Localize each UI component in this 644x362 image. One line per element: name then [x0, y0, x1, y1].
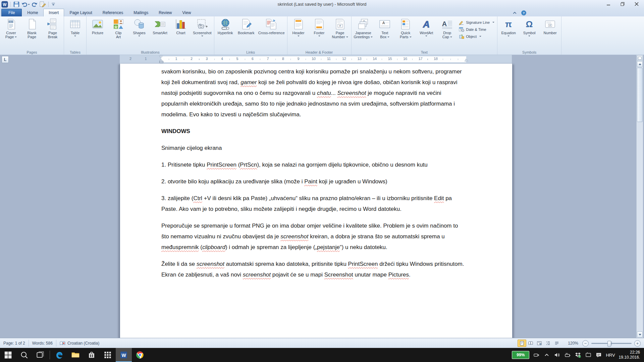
ribbon-button-wordart[interactable]: AWordArt	[416, 17, 437, 38]
keyboard-language[interactable]: HRV	[606, 353, 615, 358]
help-icon[interactable]: ?	[521, 10, 527, 16]
tab-mailings[interactable]: Mailings	[128, 9, 153, 16]
taskbar-store-button[interactable]	[84, 348, 100, 362]
ribbon-button-clip-art[interactable]: ClipArt	[108, 17, 129, 39]
taskbar-file-explorer-button[interactable]	[67, 348, 84, 362]
left-indent-marker[interactable]	[159, 61, 163, 63]
text-run: Ctrl	[193, 195, 202, 201]
tray-power-icon[interactable]	[564, 352, 571, 358]
close-button[interactable]	[632, 1, 641, 7]
button-label: Object	[466, 35, 477, 39]
word-count[interactable]: Words: 586	[29, 340, 56, 347]
ribbon-button-page-number[interactable]: #PageNumber	[330, 17, 351, 39]
ribbon-button-header[interactable]: Header	[288, 17, 309, 38]
restore-button[interactable]	[618, 1, 627, 7]
ribbon-button-signature-line[interactable]: Signature Line	[459, 20, 494, 25]
tab-insert[interactable]: Insert	[43, 9, 64, 16]
zoom-slider[interactable]	[591, 343, 632, 344]
ribbon-button-equation[interactable]: πEquation	[498, 17, 519, 38]
battery-percent-badge[interactable]: 99%	[512, 351, 529, 359]
paragraph[interactable]: 2. otvorite bilo koju aplikaciju za uređ…	[161, 176, 467, 187]
ribbon-button-bookmark[interactable]: Bookmark	[236, 17, 257, 35]
view-button-draft[interactable]	[552, 340, 561, 347]
ribbon-button-cover-page[interactable]: MYRNCoverPage	[1, 17, 21, 39]
tab-references[interactable]: References	[98, 9, 128, 16]
view-button-web-layout[interactable]	[535, 340, 544, 347]
paragraph[interactable]: 1. Pritisnete tipku PrintScreen (PrtScn)…	[161, 160, 467, 170]
paragraph[interactable]: Snimanje cijelog ekrana	[161, 143, 467, 154]
right-indent-marker[interactable]	[465, 58, 468, 61]
ribbon-button-object[interactable]: Object	[459, 34, 494, 39]
ribbon-button-smartart[interactable]: SmartArt	[150, 17, 170, 35]
paragraph[interactable]: WINDOWS	[161, 126, 467, 137]
ribbon-button-quick-parts[interactable]: QuickParts	[395, 17, 416, 39]
tab-file[interactable]: File	[1, 9, 22, 16]
ribbon-button-shapes[interactable]: Shapes	[129, 17, 150, 38]
ribbon-button-drop-cap[interactable]: ADropCap	[437, 17, 458, 39]
scroll-down-button[interactable]	[637, 331, 643, 338]
page-indicator[interactable]: Page: 1 of 2	[0, 340, 29, 347]
taskbar-start-button[interactable]	[0, 348, 16, 362]
zoom-slider-thumb[interactable]	[607, 341, 611, 347]
view-ruler-toggle[interactable]	[637, 55, 643, 61]
taskbar-divider	[50, 351, 50, 359]
vertical-scrollbar[interactable]	[636, 55, 643, 338]
taskbar-task-view-button[interactable]	[32, 348, 48, 362]
paragraph[interactable]: 3. zalijepite (Ctrl +V ili desni klik pa…	[161, 193, 467, 215]
tab-stop-selector[interactable]: L	[2, 56, 9, 63]
view-switcher	[518, 340, 561, 347]
tray-chevron-up-icon[interactable]	[543, 352, 550, 358]
ribbon-button-footer[interactable]: Footer	[309, 17, 330, 38]
taskbar-edge-button[interactable]	[51, 348, 67, 362]
view-button-print-layout[interactable]	[518, 340, 526, 347]
tab-review[interactable]: Review	[154, 9, 177, 16]
taskbar-apps-button[interactable]	[100, 348, 116, 362]
text-run: koji je ugrađen u Windows)	[317, 178, 387, 185]
tab-home[interactable]: Home	[22, 9, 43, 16]
ribbon-button-text-box[interactable]: ATextBox	[374, 17, 395, 39]
zoom-in-button[interactable]: +	[634, 340, 641, 347]
view-button-outline[interactable]	[544, 340, 552, 347]
tab-view[interactable]: View	[177, 9, 196, 16]
minimize-button[interactable]	[604, 1, 613, 7]
ribbon-button-number[interactable]: #Number	[540, 17, 560, 35]
ribbon-button-table[interactable]: Table	[65, 17, 86, 38]
ribbon-button-cross-reference[interactable]: Cross-reference	[257, 17, 286, 35]
tray-display-icon[interactable]	[585, 352, 592, 358]
ribbon-button-page-break[interactable]: PageBreak	[42, 17, 63, 39]
ribbon-button-hyperlink[interactable]: Hyperlink	[215, 17, 236, 35]
ribbon-button-blank-page[interactable]: BlankPage	[21, 17, 42, 39]
tab-page-layout[interactable]: Page Layout	[64, 9, 97, 16]
ribbon-group-header-footer: HeaderFooter#PageNumberHeader & Footer	[287, 16, 352, 55]
scroll-up-button[interactable]	[637, 61, 643, 67]
scrollbar-thumb[interactable]	[637, 68, 643, 122]
tray-pen-drive-icon[interactable]	[533, 352, 540, 358]
ribbon-button-date-time[interactable]: 5Date & Time	[459, 27, 494, 32]
ribbon-button-screenshot[interactable]: Screenshot	[191, 17, 213, 38]
tray-dropbox-icon[interactable]	[575, 352, 581, 358]
taskbar-word-button[interactable]: W	[116, 348, 132, 362]
tray-speaker-icon[interactable]	[554, 352, 560, 358]
clock[interactable]: 22:26 19.10.2016.	[619, 350, 640, 360]
view-button-full-screen-reading[interactable]	[526, 340, 535, 347]
ribbon-button-picture[interactable]: Picture	[87, 17, 108, 35]
zoom-level[interactable]: 120%	[568, 341, 578, 346]
horizontal-ruler[interactable]: 21123456789101112131415161718	[120, 55, 512, 64]
paragraph[interactable]: svakom korisniku, bio on zaposlenik pozi…	[161, 66, 467, 120]
paragraph[interactable]: Preporučuje se spremanje u format PNG je…	[161, 221, 467, 253]
ribbon-button-japanese-greetings[interactable]: あJapaneseGreetings	[352, 17, 375, 39]
document-page[interactable]: svakom korisniku, bio on zaposlenik pozi…	[120, 64, 513, 338]
tray-chat-icon[interactable]	[595, 352, 602, 358]
taskbar-chrome-button[interactable]	[132, 348, 148, 362]
button-label: CoverPage	[5, 31, 17, 39]
ribbon-group-label: Links	[214, 50, 287, 54]
language-indicator[interactable]: Croatian (Croatia)	[56, 340, 103, 347]
ribbon-button-symbol[interactable]: ΩSymbol	[519, 17, 540, 38]
document-area: L 21123456789101112131415161718 svakom k…	[0, 55, 644, 338]
paragraph[interactable]: Želite li da se screenshot automatski sp…	[161, 259, 467, 280]
text-run: Screenshot	[337, 90, 366, 96]
taskbar-search-button[interactable]	[16, 348, 32, 362]
minimize-ribbon-icon[interactable]	[512, 10, 518, 16]
zoom-out-button[interactable]: −	[582, 340, 589, 347]
ribbon-button-chart[interactable]: Chart	[170, 17, 191, 35]
